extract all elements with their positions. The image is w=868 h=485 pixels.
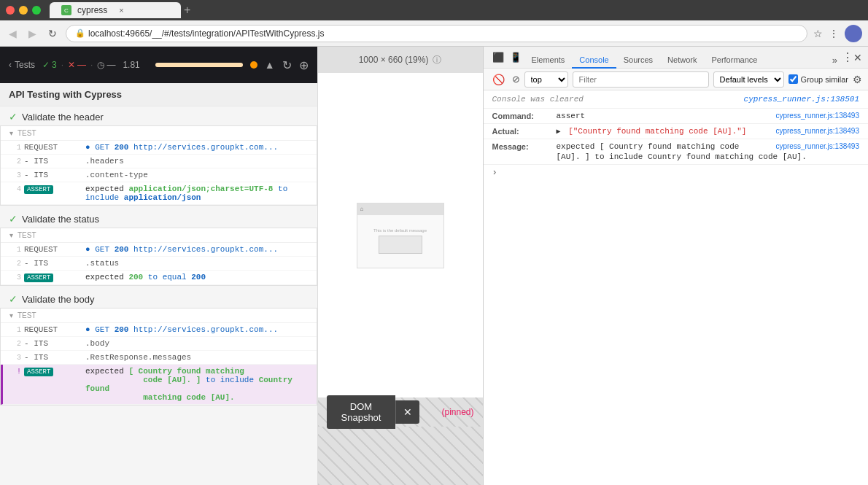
msg-full-top: Message: expected [ Country found matchi… bbox=[492, 142, 860, 151]
tab-performance[interactable]: Performance bbox=[704, 53, 764, 69]
test-group-2: ✓ Validate the status ▾ TEST 1 REQUEST ●… bbox=[0, 209, 317, 286]
signal-icon[interactable]: ▲ bbox=[265, 59, 275, 71]
devtools-close-button[interactable]: ✕ bbox=[853, 52, 862, 63]
expand-arrow-icon[interactable]: ▶ bbox=[557, 128, 561, 136]
table-row[interactable]: 1 REQUEST ● GET 200 http://services.grou… bbox=[1, 323, 317, 337]
bookmark-button[interactable]: ☆ bbox=[813, 28, 823, 39]
address-bar[interactable]: 🔒 localhost:49665/__/#/tests/integration… bbox=[66, 25, 807, 42]
maximize-button[interactable] bbox=[32, 6, 41, 15]
test-name-3: Validate the body bbox=[22, 294, 95, 305]
console-cleared-message: Console was cleared cypress_runner.js:13… bbox=[484, 90, 869, 109]
console-message-command: Command: assert cypress_runner.js:138493 bbox=[484, 109, 869, 124]
forward-button[interactable]: ▶ bbox=[26, 26, 39, 41]
table-row[interactable]: 4 ASSERT expected application/json;chars… bbox=[1, 182, 317, 205]
console-message-actual: Actual: ▶ ["Country found matching code … bbox=[484, 124, 869, 139]
cleared-source[interactable]: cypress_runner.js:138501 bbox=[744, 95, 859, 104]
table-row[interactable]: 2 - ITS .headers bbox=[1, 155, 317, 168]
main-area: ‹ Tests ✓ 3 · ✕ — · ◷ — 1.81 bbox=[0, 47, 868, 485]
navbar: ◀ ▶ ↻ 🔒 localhost:49665/__/#/tests/integ… bbox=[0, 20, 868, 47]
crosshair-icon[interactable]: ⊕ bbox=[299, 58, 309, 72]
cypress-tests-list: ✓ Validate the header ▾ TEST 1 REQUEST ●… bbox=[0, 106, 317, 485]
device-toolbar-button[interactable]: 📱 bbox=[507, 50, 524, 64]
dom-snapshot-close-button[interactable]: ✕ bbox=[395, 400, 419, 424]
more-tabs-button[interactable]: » bbox=[828, 52, 842, 69]
test-name-1: Validate the header bbox=[22, 112, 104, 123]
table-row[interactable]: 3 - ITS .content-type bbox=[1, 168, 317, 182]
expand-down-arrow: › bbox=[492, 168, 497, 178]
group-similar-text: Group similar bbox=[801, 75, 848, 84]
new-tab-button[interactable]: + bbox=[184, 4, 190, 17]
reload-tests-button[interactable]: ↻ bbox=[282, 58, 292, 72]
tab-close-button[interactable]: × bbox=[119, 6, 123, 15]
table-row[interactable]: 2 - ITS .status bbox=[1, 257, 317, 271]
console-filter-input[interactable] bbox=[573, 71, 709, 88]
test-header-3[interactable]: ✓ Validate the body bbox=[0, 289, 317, 308]
test-counts: ✓ 3 · ✕ — · ◷ — 1.81 bbox=[42, 60, 140, 70]
pass-count: ✓ 3 bbox=[42, 60, 57, 70]
context-select[interactable]: top bbox=[524, 71, 568, 88]
reload-button[interactable]: ↻ bbox=[45, 26, 60, 41]
test-tag-2: ▾ TEST bbox=[1, 228, 317, 243]
table-row[interactable]: 1 REQUEST ● GET 200 http://services.grou… bbox=[1, 243, 317, 257]
dom-snapshot-button[interactable]: DOM Snapshot bbox=[327, 395, 396, 429]
devtools-more-options[interactable]: ⋮ bbox=[842, 50, 853, 64]
preview-iframe: ⌂ This is the default message bbox=[318, 73, 483, 397]
cross-icon: ✕ bbox=[68, 60, 75, 70]
test-pass-icon-2: ✓ bbox=[9, 213, 18, 225]
table-row-highlighted[interactable]: ! ASSERT expected [ Country found matchi… bbox=[1, 365, 317, 405]
inspect-element-button[interactable]: ⬛ bbox=[489, 50, 507, 64]
mini-content-box bbox=[379, 236, 422, 254]
back-to-tests[interactable]: ‹ Tests bbox=[9, 60, 35, 70]
pin-row-num: ! bbox=[7, 367, 21, 376]
table-row[interactable]: 2 - ITS .body bbox=[1, 337, 317, 351]
profile-button[interactable] bbox=[845, 25, 862, 42]
test-details-1: ▾ TEST 1 REQUEST ● GET 200 http://servic… bbox=[0, 125, 317, 206]
extensions-button[interactable]: ⋮ bbox=[829, 28, 839, 39]
log-level-select[interactable]: Default levels bbox=[713, 71, 784, 88]
suite-header: API Testing with Cypress bbox=[0, 83, 317, 106]
table-row[interactable]: 1 REQUEST ● GET 200 http://services.grou… bbox=[1, 141, 317, 155]
tab-console[interactable]: Console bbox=[572, 53, 616, 69]
tab-favicon: C bbox=[61, 5, 71, 15]
mini-home-icon: ⌂ bbox=[360, 206, 364, 212]
test-header-1[interactable]: ✓ Validate the header bbox=[0, 106, 317, 125]
msg-src-actual[interactable]: cypress_runner.js:138493 bbox=[775, 127, 859, 135]
group-similar-label: Group similar bbox=[788, 74, 848, 84]
url-text: localhost:49665/__/#/tests/integration/A… bbox=[88, 28, 325, 39]
close-button[interactable] bbox=[6, 6, 15, 15]
info-icon[interactable]: ⓘ bbox=[433, 54, 441, 66]
mini-browser-bar: ⌂ bbox=[357, 203, 443, 215]
msg-src-command[interactable]: cypress_runner.js:138493 bbox=[775, 112, 859, 120]
test-header-2[interactable]: ✓ Validate the status bbox=[0, 209, 317, 228]
group-similar-checkbox[interactable] bbox=[788, 74, 798, 84]
console-clear-button[interactable]: 🚫 bbox=[489, 72, 508, 87]
preview-size-label: 1000 × 660 (19%) bbox=[359, 55, 429, 65]
tab-network[interactable]: Network bbox=[660, 53, 704, 69]
devtools-panel: ⬛ 📱 Elements Console Sources Network Per… bbox=[483, 47, 869, 485]
test-tag-3: ▾ TEST bbox=[1, 309, 317, 323]
preview-panel: 1000 × 660 (19%) ⓘ ⌂ This is the default… bbox=[318, 47, 483, 485]
back-button[interactable]: ◀ bbox=[6, 26, 20, 41]
tab-elements[interactable]: Elements bbox=[524, 53, 573, 69]
console-filter-button[interactable]: ⊘ bbox=[512, 74, 520, 85]
tab-sources[interactable]: Sources bbox=[616, 53, 660, 69]
msg-src-message[interactable]: cypress_runner.js:138493 bbox=[775, 142, 859, 151]
test-tag-1: ▾ TEST bbox=[1, 126, 317, 141]
dom-snapshot-container: DOM Snapshot ✕ (pinned) bbox=[318, 397, 483, 485]
test-group-1: ✓ Validate the header ▾ TEST 1 REQUEST ●… bbox=[0, 106, 317, 206]
url-bar bbox=[155, 63, 243, 67]
test-details-3: ▾ TEST 1 REQUEST ● GET 200 http://servic… bbox=[0, 308, 317, 406]
devtools-tabs-row: Elements Console Sources Network Perform… bbox=[524, 47, 842, 69]
titlebar: C cypress × + bbox=[0, 0, 868, 20]
test-details-2: ▾ TEST 1 REQUEST ● GET 200 http://servic… bbox=[0, 228, 317, 286]
table-row[interactable]: 3 - ITS .RestResponse.messages bbox=[1, 351, 317, 365]
minimize-button[interactable] bbox=[19, 6, 28, 15]
tag-arrow-3: ▾ bbox=[9, 311, 13, 319]
console-expand-button[interactable]: › bbox=[484, 165, 869, 181]
msg-label-actual: Actual: bbox=[492, 127, 551, 136]
preview-toolbar: 1000 × 660 (19%) ⓘ bbox=[318, 47, 483, 73]
table-row[interactable]: 3 ASSERT expected 200 to equal 200 bbox=[1, 271, 317, 285]
pending-icon: ◷ bbox=[97, 60, 104, 70]
browser-tab[interactable]: C cypress × bbox=[50, 2, 181, 18]
console-settings-button[interactable]: ⚙ bbox=[853, 74, 862, 85]
